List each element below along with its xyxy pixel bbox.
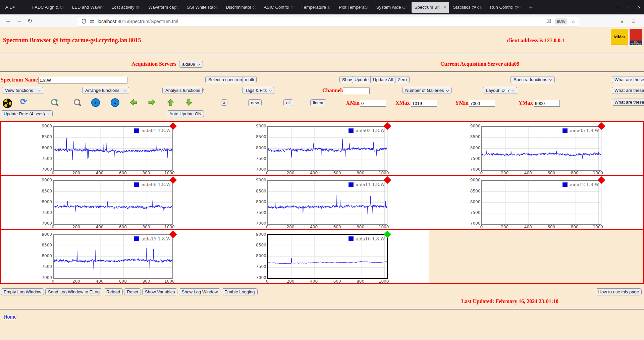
x-tick-label: 1000 bbox=[378, 171, 389, 175]
url-bar[interactable]: localhost:8015/Spectrum/Spectrum.tml 80%… bbox=[78, 16, 579, 26]
browser-tab-system-wide-ch[interactable]: System wide Ch bbox=[373, 2, 411, 13]
update-button[interactable]: Update bbox=[352, 76, 371, 83]
browser-tab-plot-temperatur[interactable]: Plot Temperatur bbox=[336, 2, 373, 13]
linear-button[interactable]: linear bbox=[310, 99, 326, 106]
shield-icon[interactable] bbox=[82, 19, 86, 24]
new-button[interactable]: new bbox=[248, 99, 262, 106]
show-variables-button[interactable]: Show Variables bbox=[142, 288, 177, 295]
zero-button[interactable]: Zero bbox=[395, 76, 410, 83]
forward-icon[interactable]: → bbox=[16, 17, 22, 24]
browser-tab-gsi-white-rabbi[interactable]: GSI White Rabbi bbox=[184, 2, 222, 13]
back-icon[interactable]: ← bbox=[5, 17, 11, 24]
layout-id-dropdown[interactable]: Layout ID=7 bbox=[483, 87, 517, 94]
reader-mode-icon[interactable] bbox=[547, 18, 551, 24]
spectrum-plot-aida05[interactable]: 9000850080007500700002004006008001000aid… bbox=[429, 121, 643, 175]
browser-tab-lost-activity-mo[interactable]: Lost activity mo bbox=[109, 2, 145, 13]
browser-tab-waveform-captu[interactable]: Waveform captu bbox=[145, 2, 183, 13]
show-log-window-button[interactable]: Show Log Window bbox=[179, 288, 220, 295]
update-all-button[interactable]: Update All bbox=[370, 76, 395, 83]
arrow-down-icon[interactable] bbox=[185, 98, 193, 107]
legend-swatch-icon bbox=[562, 182, 568, 187]
refresh-icon[interactable]: ⟳ bbox=[20, 97, 27, 106]
x-tick-label: 200 bbox=[499, 171, 511, 175]
collapse-up-icon[interactable]: ▲ bbox=[111, 98, 119, 107]
what-are-these-button-3[interactable]: What are these? bbox=[612, 99, 644, 106]
bookmark-star-icon[interactable]: ☆ bbox=[571, 18, 576, 24]
tags-fits-dropdown[interactable]: Tags & Fits bbox=[242, 87, 274, 94]
what-are-these-button-2[interactable]: What are these? bbox=[612, 87, 644, 94]
x-tick-label: 600 bbox=[117, 225, 128, 229]
what-are-these-button-1[interactable]: What are these? bbox=[612, 76, 644, 83]
site-permissions-icon[interactable] bbox=[90, 19, 95, 24]
browser-tab-asic-control-[interactable]: ASIC Control @ bbox=[261, 2, 298, 13]
browser-tab-temperature-an[interactable]: Temperature an bbox=[299, 2, 335, 13]
menu-icon[interactable]: ≡ bbox=[632, 17, 635, 25]
zoom-level-chip[interactable]: 80% bbox=[555, 18, 567, 24]
all-button[interactable]: all bbox=[283, 99, 293, 106]
collapse-down-icon[interactable]: ▼ bbox=[91, 98, 100, 107]
reload-icon[interactable]: ↻ bbox=[28, 17, 32, 24]
toolbar-overflow-icon[interactable]: » bbox=[621, 18, 623, 24]
spectrum-plot-aida12[interactable]: 9000850080007500700002004006008001000aid… bbox=[429, 175, 643, 229]
x-tick-label: 1000 bbox=[164, 225, 175, 229]
maximize-icon[interactable]: ▫ bbox=[628, 5, 629, 10]
x-tick-label: 0 bbox=[47, 279, 59, 284]
reset-button[interactable]: Reset bbox=[124, 288, 141, 295]
legend-label: aida02 1.8.W bbox=[356, 128, 385, 133]
plot-legend: aida15 1.8.W bbox=[134, 236, 171, 241]
divider bbox=[0, 71, 644, 72]
view-functions-dropdown[interactable]: View functions bbox=[2, 87, 43, 94]
spectrum-name-input[interactable] bbox=[38, 77, 127, 83]
multi-button[interactable]: multi bbox=[242, 76, 257, 83]
ymin-input[interactable] bbox=[469, 100, 495, 107]
browser-tab-aida[interactable]: AIDA bbox=[2, 2, 29, 13]
minimize-icon[interactable]: – bbox=[616, 5, 619, 10]
enable-logging-button[interactable]: Enable Logging bbox=[222, 288, 257, 295]
xmax-input[interactable] bbox=[411, 100, 437, 107]
x-tick-label: 800 bbox=[355, 171, 366, 175]
acquisition-server-select[interactable]: aida09 bbox=[179, 61, 203, 68]
browser-tab-fadc-align-co[interactable]: FADC Align & Co bbox=[29, 2, 68, 13]
spectrum-plot-aida15[interactable]: 9000850080007500700002004006008001000aid… bbox=[1, 230, 215, 284]
ymax-input[interactable] bbox=[534, 100, 560, 107]
x-tick-label: 0 bbox=[476, 225, 487, 229]
spectrum-plot-aida11[interactable]: 9000850080007500700002004006008001000aid… bbox=[215, 175, 429, 229]
auto-update-button[interactable]: Auto Update ON bbox=[167, 110, 204, 117]
spectrum-plot-aida06[interactable]: 9000850080007500700002004006008001000aid… bbox=[1, 175, 215, 229]
arrow-left-icon[interactable] bbox=[129, 99, 138, 106]
spectrum-plot-aida02[interactable]: 9000850080007500700002004006008001000aid… bbox=[215, 121, 429, 175]
browser-tab-spectrum-bro[interactable]: Spectrum Bro× bbox=[412, 2, 449, 13]
tab-label: System wide Ch bbox=[376, 5, 408, 10]
analysis-functions-dropdown[interactable]: Analysis functions bbox=[162, 87, 203, 94]
send-log-window-to-elog-button[interactable]: Send Log Window to ELog bbox=[45, 288, 102, 295]
close-icon[interactable]: × bbox=[638, 5, 641, 10]
arrow-right-icon[interactable] bbox=[148, 99, 156, 106]
arrow-up-icon[interactable] bbox=[167, 98, 174, 107]
spectrum-plot-aida16[interactable]: 9000850080007500700002004006008001000aid… bbox=[215, 230, 429, 284]
radiation-icon[interactable] bbox=[3, 99, 12, 108]
browser-tab-statistics-car[interactable]: Statistics @ car bbox=[450, 2, 486, 13]
browser-tab-run-control-c[interactable]: Run Control @ c bbox=[487, 2, 525, 13]
url-text[interactable]: localhost:8015/Spectrum/Spectrum.tml bbox=[98, 19, 545, 24]
browser-tab-discriminator-co[interactable]: Discriminator co bbox=[223, 2, 260, 13]
zoom-in-icon[interactable]: + bbox=[51, 99, 57, 105]
tab-close-icon[interactable]: × bbox=[443, 5, 446, 10]
number-of-galleries-dropdown[interactable]: Number of Galleries bbox=[402, 87, 452, 94]
home-link[interactable]: Home bbox=[3, 314, 16, 320]
update-rate-dropdown[interactable]: Update Rate (4 secs) bbox=[1, 110, 53, 117]
tab-label: Spectrum Bro bbox=[415, 5, 441, 10]
channel-input[interactable] bbox=[343, 88, 370, 94]
new-tab-button[interactable]: + bbox=[526, 4, 536, 11]
x-button[interactable]: x bbox=[221, 99, 227, 106]
spectrum-plot-aida01[interactable]: 9000850080007500700002004006008001000aid… bbox=[1, 121, 215, 175]
y-tick-label: 9000 bbox=[469, 178, 480, 182]
zoom-out-icon[interactable]: − bbox=[74, 99, 80, 105]
arrange-functions-dropdown[interactable]: Arrange functions bbox=[82, 87, 129, 94]
chevron-down-icon bbox=[549, 77, 552, 81]
xmin-input[interactable] bbox=[360, 100, 386, 107]
spectra-functions-dropdown[interactable]: Spectra functions bbox=[511, 76, 555, 83]
browser-tab-led-and-wavefo[interactable]: LED and Wavefo bbox=[69, 2, 108, 13]
empty-log-window-button[interactable]: Empty Log Window bbox=[1, 288, 44, 295]
reload-button[interactable]: Reload bbox=[104, 288, 123, 295]
how-to-use-button[interactable]: How to use this page bbox=[596, 288, 642, 295]
